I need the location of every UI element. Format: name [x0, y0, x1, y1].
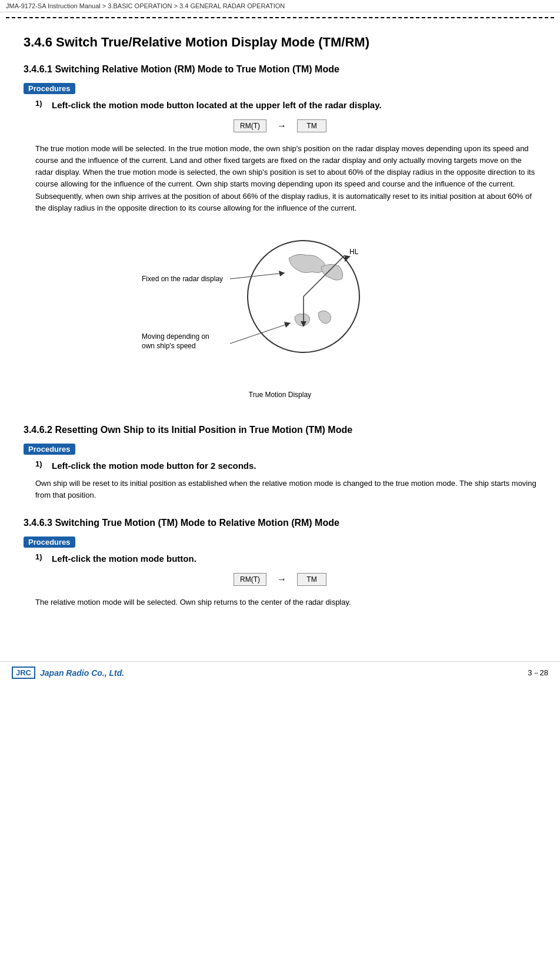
fixed-label: Fixed on the radar display	[142, 275, 223, 283]
section-2-body: Own ship will be reset to its initial po…	[35, 478, 536, 501]
breadcrumb: JMA-9172-SA Instruction Manual > 3.BASIC…	[6, 2, 285, 9]
page-footer: JRC Japan Radio Co., Ltd. 3－28	[0, 661, 560, 684]
button-row-1: RM(T) → TM	[24, 119, 536, 132]
true-motion-diagram: HL Fixed on the radar display Moving dep…	[24, 226, 536, 408]
step-num-2: 1)	[35, 459, 52, 468]
tm-button-1[interactable]: TM	[297, 119, 326, 132]
step-num-1: 1)	[35, 99, 52, 108]
moving-label-line2: own ship's speed	[142, 342, 196, 350]
step-num-3: 1)	[35, 552, 52, 561]
section-3-body: The relative motion mode will be selecte…	[35, 597, 536, 608]
jrc-label: JRC	[12, 667, 35, 679]
procedures-badge-3: Procedures	[24, 537, 75, 548]
button-row-2: RM(T) → TM	[24, 573, 536, 586]
section-3-step-1: 1) Left-click the motion mode button.	[35, 552, 536, 565]
step-text-3: Left-click the motion mode button.	[52, 552, 196, 565]
procedures-badge-2: Procedures	[24, 444, 75, 455]
page-number: 3－28	[528, 668, 548, 678]
section-2-step-1: 1) Left-click the motion mode button for…	[35, 459, 536, 472]
arrow-2: →	[277, 574, 286, 585]
hl-label: HL	[349, 248, 359, 256]
section-1-body: The true motion mode will be selected. I…	[35, 143, 536, 214]
company-name: Japan Radio Co., Ltd.	[40, 668, 124, 678]
breadcrumb-bar: JMA-9172-SA Instruction Manual > 3.BASIC…	[0, 0, 560, 12]
section-3-heading: 3.4.6.3 Switching True Motion (TM) Mode …	[24, 518, 536, 528]
rm-button-1[interactable]: RM(T)	[234, 119, 266, 132]
diagram-caption: True Motion Display	[139, 391, 421, 399]
section-1-heading: 3.4.6.1 Switching Relative Motion (RM) M…	[24, 64, 536, 75]
page-title: 3.4.6 Switch True/Relative Motion Displa…	[24, 35, 536, 50]
step-text-2: Left-click the motion mode button for 2 …	[52, 459, 256, 472]
dashed-divider	[6, 17, 554, 18]
moving-label-line1: Moving depending on	[142, 332, 209, 341]
section-1-step-1: 1) Left-click the motion mode button loc…	[35, 99, 536, 111]
arrow-1: →	[277, 121, 286, 131]
procedures-badge-1: Procedures	[24, 83, 75, 94]
step-text-1: Left-click the motion mode button locate…	[52, 99, 382, 111]
tm-button-2[interactable]: TM	[297, 573, 326, 586]
radar-diagram-svg: HL Fixed on the radar display Moving dep…	[139, 226, 421, 396]
footer-logo: JRC Japan Radio Co., Ltd.	[12, 667, 124, 679]
rm-button-2[interactable]: RM(T)	[234, 573, 266, 586]
section-2-heading: 3.4.6.2 Resetting Own Ship to its Initia…	[24, 425, 536, 435]
